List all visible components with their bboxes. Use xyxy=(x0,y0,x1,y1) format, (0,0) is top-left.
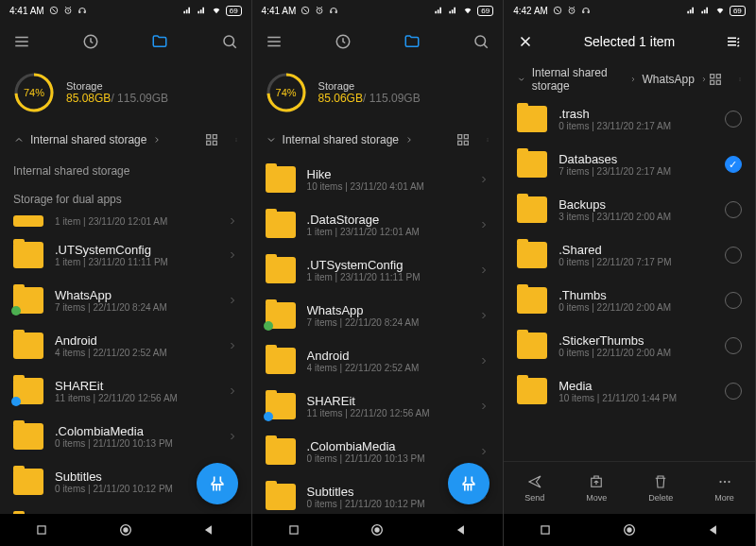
select-radio[interactable] xyxy=(725,383,742,400)
select-radio[interactable] xyxy=(725,247,742,264)
storage-card[interactable]: 74% Storage 85.08GB/ 115.09GB xyxy=(0,62,251,123)
file-list-3[interactable]: .trash0 items | 23/11/20 2:17 AMDatabase… xyxy=(504,96,755,461)
close-icon[interactable] xyxy=(517,33,534,50)
storage-card[interactable]: 74% Storage 85.06GB/ 115.09GB xyxy=(252,62,504,123)
item-title: .StickerThumbs xyxy=(558,333,713,348)
list-item[interactable]: Backups3 items | 23/11/20 2:00 AM xyxy=(504,187,755,232)
grid-view-icon[interactable] xyxy=(708,72,723,87)
list-item[interactable]: Media10 items | 21/11/20 1:44 PM xyxy=(504,368,755,414)
breadcrumb[interactable]: Internal shared storage xyxy=(252,123,504,157)
list-item[interactable]: SHAREit11 items | 22/11/20 12:56 AM xyxy=(0,368,251,414)
nav-home[interactable] xyxy=(358,519,396,541)
select-radio[interactable] xyxy=(725,337,742,354)
list-item[interactable]: 1 item | 23/11/20 12:01 AM xyxy=(0,213,251,232)
storage-ring: 74% xyxy=(266,72,307,113)
clean-fab[interactable] xyxy=(197,463,238,504)
do-not-disturb-icon xyxy=(553,6,562,15)
battery-level: 69 xyxy=(730,6,746,16)
send-button[interactable]: Send xyxy=(524,473,544,503)
list-item[interactable]: .UTSystemConfig1 item | 23/11/20 11:11 P… xyxy=(252,247,504,293)
storage-used: 85.06GB xyxy=(318,92,363,105)
list-item[interactable]: Android4 items | 22/11/20 2:52 AM xyxy=(252,338,504,384)
search-icon[interactable] xyxy=(472,33,490,50)
item-subtitle: 0 items | 21/11/20 10:12 PM xyxy=(55,484,215,494)
svg-point-47 xyxy=(627,528,631,532)
breadcrumb[interactable]: Internal shared storage WhatsApp xyxy=(504,62,755,96)
alarm-icon xyxy=(63,6,73,15)
list-item[interactable]: .trash0 items | 23/11/20 2:17 AM xyxy=(504,96,755,142)
svg-rect-7 xyxy=(213,135,216,139)
list-item[interactable]: .Thumbs0 items | 22/11/20 2:00 AM xyxy=(504,278,755,323)
nav-back[interactable] xyxy=(695,519,732,541)
svg-point-26 xyxy=(488,139,489,140)
folder-icon xyxy=(517,378,547,404)
menu-icon[interactable] xyxy=(13,33,30,50)
delete-button[interactable]: Delete xyxy=(648,473,673,503)
storage-used: 85.08GB xyxy=(66,92,111,105)
list-item[interactable]: .DataStorage1 item | 23/11/20 12:01 AM xyxy=(252,202,504,247)
folder-icon xyxy=(266,166,296,193)
svg-point-38 xyxy=(739,78,740,79)
nav-home[interactable] xyxy=(107,519,145,541)
move-button[interactable]: Move xyxy=(586,473,607,503)
grid-view-icon[interactable] xyxy=(455,132,471,147)
nav-back[interactable] xyxy=(190,519,228,541)
storage-label: Storage xyxy=(66,80,168,92)
nav-recent[interactable] xyxy=(23,519,60,541)
folder-icon xyxy=(517,106,547,132)
breadcrumb[interactable]: Internal shared storage xyxy=(0,123,251,157)
select-all-icon[interactable] xyxy=(725,33,742,50)
list-item[interactable]: .UTSystemConfig1 item | 23/11/20 11:11 P… xyxy=(0,232,251,278)
signal-icon xyxy=(686,6,696,15)
nav-recent[interactable] xyxy=(526,519,564,541)
item-title: .DataStorage xyxy=(307,213,468,227)
list-item[interactable]: DCIM9 items | 21/11/20 1:29 PM xyxy=(0,504,251,514)
more-icon[interactable] xyxy=(486,132,490,147)
item-title: Hike xyxy=(307,167,468,181)
wifi-icon xyxy=(714,6,726,15)
list-item[interactable]: Databases7 items | 23/11/20 2:17 AM xyxy=(504,142,755,187)
nav-recent[interactable] xyxy=(275,519,313,541)
grid-view-icon[interactable] xyxy=(204,132,219,147)
list-item[interactable]: SHAREit11 items | 22/11/20 12:56 AM xyxy=(252,384,504,429)
item-subtitle: 4 items | 22/11/20 2:52 AM xyxy=(55,348,215,358)
nav-home[interactable] xyxy=(610,519,648,541)
status-bar: 4:42 AM 69 xyxy=(504,0,755,21)
list-item[interactable]: .ColombiaMedia0 items | 21/11/20 10:13 P… xyxy=(0,414,251,459)
menu-icon[interactable] xyxy=(266,33,283,50)
nav-back[interactable] xyxy=(442,519,480,541)
svg-rect-35 xyxy=(716,75,720,78)
item-subtitle: 7 items | 22/11/20 8:24 AM xyxy=(307,317,468,328)
item-subtitle: 0 items | 21/11/20 10:13 PM xyxy=(307,453,468,464)
svg-rect-34 xyxy=(710,75,713,78)
select-radio[interactable] xyxy=(725,111,742,128)
more-button[interactable]: More xyxy=(714,473,734,503)
list-item[interactable]: WhatsApp7 items | 22/11/20 8:24 AM xyxy=(252,293,504,338)
list-item[interactable]: .Shared0 items | 22/11/20 7:17 PM xyxy=(504,232,755,278)
chevron-right-icon xyxy=(227,215,238,227)
headphones-icon xyxy=(581,6,591,15)
item-title: .Shared xyxy=(558,243,713,257)
recent-tab-icon[interactable] xyxy=(335,33,352,50)
list-item[interactable]: WhatsApp7 items | 22/11/20 8:24 AM xyxy=(0,278,251,323)
files-tab-icon[interactable] xyxy=(151,33,168,50)
folder-icon xyxy=(13,333,43,359)
select-radio[interactable] xyxy=(725,201,742,218)
headphones-icon xyxy=(329,6,338,15)
search-icon[interactable] xyxy=(221,33,238,50)
item-title: .trash xyxy=(558,107,713,121)
selection-count: Selected 1 item xyxy=(534,34,725,49)
recent-tab-icon[interactable] xyxy=(82,33,99,50)
list-item[interactable]: Hike10 items | 23/11/20 4:01 AM xyxy=(252,157,504,202)
files-tab-icon[interactable] xyxy=(404,33,421,50)
clean-fab[interactable] xyxy=(448,463,490,504)
file-list-2[interactable]: Hike10 items | 23/11/20 4:01 AM.DataStor… xyxy=(252,157,504,514)
more-icon[interactable] xyxy=(234,132,238,147)
list-item[interactable]: .StickerThumbs0 items | 22/11/20 2:00 AM xyxy=(504,323,755,368)
item-subtitle: 11 items | 22/11/20 12:56 AM xyxy=(307,408,468,418)
more-icon[interactable] xyxy=(738,72,742,87)
select-radio[interactable] xyxy=(725,156,742,173)
list-item[interactable]: Android4 items | 22/11/20 2:52 AM xyxy=(0,323,251,368)
chevron-right-icon xyxy=(478,310,490,321)
select-radio[interactable] xyxy=(725,292,742,309)
